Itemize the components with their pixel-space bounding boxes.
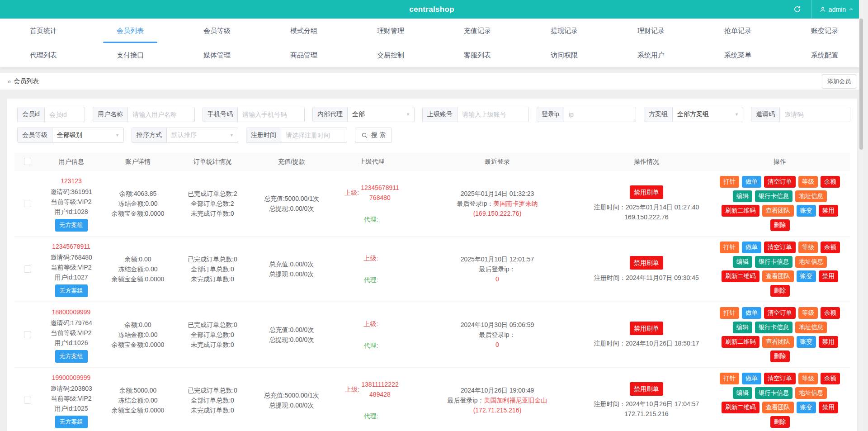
action-account-change-button[interactable]: 账变 [797, 336, 816, 348]
nav-tab-withdraw-records[interactable]: 提现记录 [521, 19, 608, 43]
nav-tab-member-level[interactable]: 会员等级 [174, 19, 260, 43]
action-edit-button[interactable]: 编辑 [733, 322, 752, 333]
row-checkbox[interactable] [24, 265, 31, 273]
action-make-order-button[interactable]: 做单 [742, 176, 761, 188]
scrollbar-thumb[interactable] [859, 19, 863, 150]
action-clear-orders-button[interactable]: 清空订单 [764, 373, 796, 384]
action-view-team-button[interactable]: 查看团队 [762, 402, 794, 413]
scrollbar[interactable] [859, 0, 863, 431]
filter-input[interactable] [128, 107, 194, 122]
disable-brush-badge[interactable]: 禁用刷单 [630, 382, 663, 396]
action-disable-button[interactable]: 禁用 [819, 402, 838, 413]
filter-member-level[interactable]: 会员等级 全部级别 ▼ [17, 128, 124, 143]
username-link[interactable]: 12345678911 [52, 242, 90, 251]
nav-tab-payment-api[interactable]: 支付接口 [87, 43, 174, 67]
action-clear-orders-button[interactable]: 清空订单 [764, 307, 796, 319]
row-checkbox[interactable] [24, 397, 31, 404]
nav-tab-finance-manage[interactable]: 理财管理 [347, 19, 434, 43]
filter-input[interactable] [780, 107, 850, 122]
action-balance-button[interactable]: 余额 [821, 307, 840, 319]
action-refresh-qrcode-button[interactable]: 刷新二维码 [722, 205, 760, 217]
filter-input[interactable] [281, 128, 347, 142]
action-address-info-button[interactable]: 地址信息 [795, 190, 827, 202]
disable-brush-badge[interactable]: 禁用刷单 [630, 256, 663, 270]
action-make-order-button[interactable]: 做单 [742, 373, 761, 384]
action-disable-button[interactable]: 禁用 [819, 205, 838, 217]
action-level-button[interactable]: 等级 [798, 242, 818, 253]
action-bank-card-button[interactable]: 银行卡信息 [755, 387, 793, 399]
filter-input[interactable] [458, 107, 528, 122]
nav-tab-finance-records[interactable]: 理财记录 [608, 19, 694, 43]
action-view-team-button[interactable]: 查看团队 [762, 336, 794, 348]
action-bank-card-button[interactable]: 银行卡信息 [755, 256, 793, 268]
filter-plan-group[interactable]: 方案组 全部方案组 ▼ [644, 107, 743, 122]
action-inject-button[interactable]: 打针 [720, 176, 739, 188]
user-menu[interactable]: admin [811, 0, 863, 19]
action-make-order-button[interactable]: 做单 [742, 307, 761, 319]
nav-tab-home-stats[interactable]: 首页统计 [0, 19, 87, 43]
action-inject-button[interactable]: 打针 [720, 307, 739, 319]
action-view-team-button[interactable]: 查看团队 [762, 270, 794, 282]
action-balance-button[interactable]: 余额 [821, 176, 840, 188]
nav-tab-media-manage[interactable]: 媒体管理 [174, 43, 260, 67]
action-account-change-button[interactable]: 账变 [797, 205, 816, 217]
action-delete-button[interactable]: 删除 [770, 219, 790, 231]
nav-tab-system-menu[interactable]: 系统菜单 [694, 43, 781, 67]
disable-brush-badge[interactable]: 禁用刷单 [630, 185, 663, 199]
action-inject-button[interactable]: 打针 [720, 242, 739, 253]
nav-tab-trade-control[interactable]: 交易控制 [347, 43, 434, 67]
action-edit-button[interactable]: 编辑 [733, 190, 752, 202]
nav-tab-system-users[interactable]: 系统用户 [608, 43, 694, 67]
action-address-info-button[interactable]: 地址信息 [795, 322, 827, 333]
action-bank-card-button[interactable]: 银行卡信息 [755, 322, 793, 333]
action-level-button[interactable]: 等级 [798, 176, 818, 188]
nav-tab-grab-order-records[interactable]: 抢单记录 [694, 19, 781, 43]
filter-sort-order[interactable]: 排序方式 默认排序 ▼ [132, 128, 238, 143]
refresh-button[interactable] [784, 0, 811, 19]
nav-tab-agent-list[interactable]: 代理列表 [0, 43, 87, 67]
filter-input[interactable] [564, 107, 636, 122]
action-refresh-qrcode-button[interactable]: 刷新二维码 [722, 270, 760, 282]
username-link[interactable]: 18800009999 [52, 307, 91, 317]
action-make-order-button[interactable]: 做单 [742, 242, 761, 253]
action-delete-button[interactable]: 删除 [770, 416, 790, 428]
nav-tab-system-config[interactable]: 系统配置 [781, 43, 863, 67]
action-clear-orders-button[interactable]: 清空订单 [764, 176, 796, 188]
action-disable-button[interactable]: 禁用 [819, 270, 838, 282]
action-bank-card-button[interactable]: 银行卡信息 [755, 190, 793, 202]
nav-tab-recharge-records[interactable]: 充值记录 [434, 19, 521, 43]
nav-tab-product-manage[interactable]: 商品管理 [260, 43, 347, 67]
filter-input[interactable] [238, 107, 304, 122]
action-refresh-qrcode-button[interactable]: 刷新二维码 [722, 402, 760, 413]
action-account-change-button[interactable]: 账变 [797, 402, 816, 413]
action-edit-button[interactable]: 编辑 [733, 256, 752, 268]
select-all-checkbox[interactable] [24, 158, 31, 165]
row-checkbox[interactable] [24, 331, 31, 338]
action-delete-button[interactable]: 删除 [770, 350, 790, 362]
filter-input[interactable] [45, 107, 85, 122]
action-address-info-button[interactable]: 地址信息 [795, 387, 827, 399]
action-inject-button[interactable]: 打针 [720, 373, 739, 384]
action-balance-button[interactable]: 余额 [821, 373, 840, 384]
disable-brush-badge[interactable]: 禁用刷单 [630, 322, 663, 335]
action-refresh-qrcode-button[interactable]: 刷新二维码 [722, 336, 760, 348]
row-checkbox[interactable] [24, 200, 31, 207]
username-link[interactable]: 123123 [61, 176, 82, 186]
action-level-button[interactable]: 等级 [798, 373, 818, 384]
nav-tab-account-change-records[interactable]: 账变记录 [781, 19, 863, 43]
action-level-button[interactable]: 等级 [798, 307, 818, 319]
nav-tab-access-control[interactable]: 访问权限 [521, 43, 608, 67]
nav-tab-support-list[interactable]: 客服列表 [434, 43, 521, 67]
username-link[interactable]: 19900009999 [52, 373, 91, 383]
action-clear-orders-button[interactable]: 清空订单 [764, 242, 796, 253]
action-disable-button[interactable]: 禁用 [819, 336, 838, 348]
action-view-team-button[interactable]: 查看团队 [762, 205, 794, 217]
action-balance-button[interactable]: 余额 [821, 242, 840, 253]
action-edit-button[interactable]: 编辑 [733, 387, 752, 399]
action-account-change-button[interactable]: 账变 [797, 270, 816, 282]
action-delete-button[interactable]: 删除 [770, 285, 790, 297]
nav-tab-mode-group[interactable]: 模式分组 [260, 19, 347, 43]
filter-internal-agent[interactable]: 内部代理 全部 ▼ [312, 107, 415, 122]
add-member-button[interactable]: 添加会员 [822, 74, 856, 89]
search-button[interactable]: 搜 索 [355, 128, 392, 143]
